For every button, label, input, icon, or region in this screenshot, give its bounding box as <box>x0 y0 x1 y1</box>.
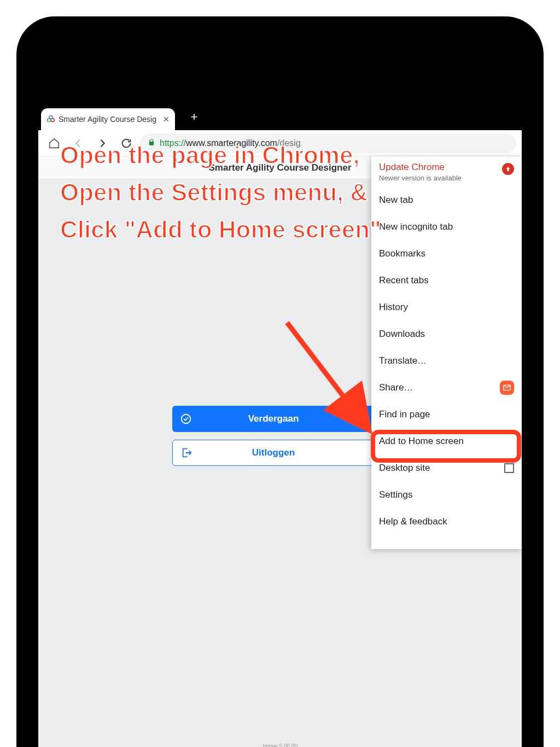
svg-point-2 <box>49 116 52 119</box>
url-path: /desig <box>277 138 301 148</box>
menu-new-tab[interactable]: New tab <box>371 186 522 213</box>
back-button[interactable] <box>68 133 89 154</box>
menu-share[interactable]: Share… <box>371 374 522 401</box>
check-circle-icon <box>177 413 195 425</box>
menu-settings[interactable]: Settings <box>371 481 522 508</box>
reload-button[interactable] <box>116 133 137 154</box>
menu-find-in-page[interactable]: Find in page <box>371 401 522 428</box>
address-bar[interactable]: https://www.smarteragility.com/desig <box>140 133 516 153</box>
close-tab-icon[interactable]: ✕ <box>163 115 170 124</box>
menu-update-chrome[interactable]: Update Chrome Newer version is available <box>371 156 522 186</box>
device-frame: Smarter Agility Course Desig ✕ + <box>16 16 544 747</box>
update-subtitle: Newer version is available <box>379 174 502 182</box>
favicon-icon <box>46 115 55 124</box>
new-tab-button[interactable]: + <box>183 104 205 130</box>
browser-toolbar: https://www.smarteragility.com/desig <box>38 130 522 156</box>
page-title: Smarter Agility Course Designer <box>208 162 351 173</box>
desktop-site-checkbox[interactable] <box>504 463 514 473</box>
update-badge-icon <box>502 163 514 175</box>
continue-label: Verdergaan <box>195 413 375 424</box>
logout-icon <box>177 447 196 459</box>
tab-strip: Smarter Agility Course Desig ✕ + <box>38 104 522 130</box>
continue-button[interactable]: Verdergaan <box>172 406 375 432</box>
forward-button[interactable] <box>92 133 113 154</box>
url-host: www.smarteragility.com <box>186 138 277 148</box>
lock-icon <box>148 138 155 148</box>
overflow-menu: Update Chrome Newer version is available… <box>371 156 522 549</box>
url-scheme: https:// <box>160 138 186 148</box>
menu-new-incognito[interactable]: New incognito tab <box>371 213 522 240</box>
menu-translate[interactable]: Translate… <box>371 347 522 374</box>
menu-add-to-home-screen[interactable]: Add to Home screen <box>371 428 522 454</box>
menu-recent-tabs[interactable]: Recent tabs <box>371 267 522 294</box>
plus-icon: + <box>191 110 198 124</box>
menu-history[interactable]: History <box>371 294 522 320</box>
menu-help-feedback[interactable]: Help & feedback <box>371 508 522 535</box>
logout-label: Uitloggen <box>196 447 374 458</box>
browser-tab[interactable]: Smarter Agility Course Desig ✕ <box>41 108 175 130</box>
version-text: Versie 5.00.00 <box>38 743 522 747</box>
svg-point-3 <box>182 415 191 424</box>
menu-desktop-site[interactable]: Desktop site <box>371 454 522 481</box>
logout-button[interactable]: Uitloggen <box>172 440 375 466</box>
menu-downloads[interactable]: Downloads <box>371 320 522 347</box>
tab-title: Smarter Agility Course Desig <box>59 115 161 124</box>
device-screen: Smarter Agility Course Desig ✕ + <box>38 104 522 747</box>
update-title: Update Chrome <box>379 162 502 173</box>
home-button[interactable] <box>44 133 65 154</box>
share-mail-icon <box>500 381 514 395</box>
menu-bookmarks[interactable]: Bookmarks <box>371 240 522 267</box>
